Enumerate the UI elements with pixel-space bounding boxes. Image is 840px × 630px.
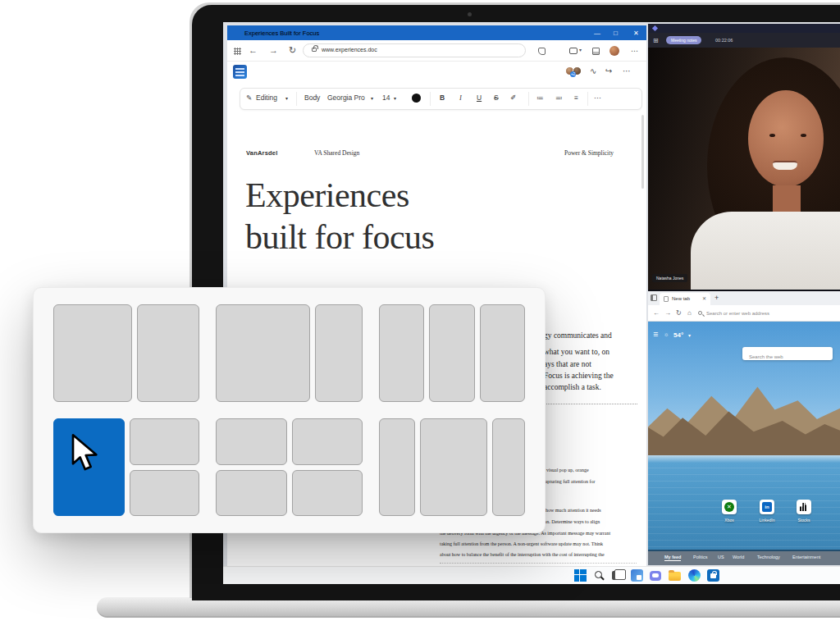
feed-tab-politics[interactable]: Politics xyxy=(693,555,707,559)
wallet-chevron-icon[interactable]: ▾ xyxy=(579,47,582,52)
snap-zone[interactable] xyxy=(130,470,199,517)
activity-icon[interactable]: ∿ xyxy=(590,66,596,75)
underline-button[interactable]: U xyxy=(477,94,482,102)
snap-zone[interactable] xyxy=(130,418,199,465)
toolbar-more-icon[interactable]: ⋯ xyxy=(594,94,601,102)
highlighter-icon[interactable]: ✐ xyxy=(510,94,516,102)
style-selector[interactable]: Body xyxy=(304,94,320,102)
feed-tab-entertainment[interactable]: Entertainment xyxy=(792,555,820,559)
minimize-button[interactable]: — xyxy=(594,30,600,37)
italic-button[interactable]: I xyxy=(459,94,462,102)
file-explorer-icon[interactable] xyxy=(669,572,681,581)
vertical-tabs-icon[interactable] xyxy=(651,294,657,301)
doc-title-line2: built for focus xyxy=(245,217,434,258)
snap-zone[interactable] xyxy=(216,470,286,517)
meeting-badge[interactable]: Meeting notes xyxy=(666,36,701,44)
tab-title: New tab xyxy=(672,296,690,301)
snap-zone[interactable] xyxy=(216,304,309,402)
profile-avatar[interactable] xyxy=(609,46,619,56)
web-search-box[interactable] xyxy=(742,347,833,360)
weather-temperature[interactable]: 54° xyxy=(673,331,683,339)
new-tab-button[interactable]: + xyxy=(714,294,719,302)
edge-forward-icon[interactable]: → xyxy=(664,309,671,317)
gallery-view-icon[interactable]: ⊞ xyxy=(653,37,659,44)
font-size-selector[interactable]: 14 xyxy=(382,94,390,102)
numbered-list-button[interactable]: ≕ xyxy=(555,94,563,102)
feed-tab-us[interactable]: US xyxy=(718,555,724,559)
doc-body-text: accomplish a task. xyxy=(544,383,601,391)
weather-chevron-icon[interactable]: ▾ xyxy=(688,332,691,338)
forward-icon[interactable]: → xyxy=(269,45,278,55)
tab-close-icon[interactable]: ✕ xyxy=(702,295,706,301)
widgets-icon[interactable] xyxy=(631,569,643,582)
snap-zone[interactable] xyxy=(137,304,200,402)
edge-browser-icon[interactable] xyxy=(688,569,701,582)
scrollbar[interactable] xyxy=(641,115,644,189)
snap-layout-two-columns[interactable] xyxy=(53,304,199,402)
bullet-list-button[interactable]: ≔ xyxy=(536,94,544,102)
mouse-cursor xyxy=(69,433,102,472)
snap-zone[interactable] xyxy=(429,304,474,402)
snap-zone[interactable] xyxy=(420,418,487,516)
browser-more-icon[interactable]: ⋯ xyxy=(631,47,638,55)
task-view-icon[interactable] xyxy=(612,571,623,580)
video-feed xyxy=(648,48,840,290)
edge-address-input[interactable] xyxy=(706,308,821,318)
snap-layout-three-columns[interactable] xyxy=(379,304,525,402)
feed-tab-world[interactable]: World xyxy=(733,555,744,559)
maximize-button[interactable]: □ xyxy=(614,30,618,37)
chat-icon[interactable] xyxy=(650,571,661,581)
snap-layouts-panel xyxy=(33,287,546,533)
quick-link-linkedin[interactable]: in xyxy=(760,500,774,514)
bold-button[interactable]: B xyxy=(440,94,445,102)
snap-zone[interactable] xyxy=(492,418,525,516)
editing-mode-dropdown[interactable]: Editing xyxy=(256,94,277,102)
lock-icon xyxy=(312,48,317,52)
teams-titlebar[interactable] xyxy=(648,24,840,33)
snap-layout-center-priority[interactable] xyxy=(379,418,525,516)
taskbar-search-icon[interactable] xyxy=(595,571,602,578)
store-icon[interactable] xyxy=(707,569,719,582)
apps-grid-icon[interactable] xyxy=(234,48,241,55)
font-color-button[interactable] xyxy=(412,94,421,103)
snap-zone[interactable] xyxy=(379,418,415,516)
quick-link-stocks[interactable] xyxy=(797,500,811,514)
taskbar xyxy=(223,566,840,584)
doc-section-divider xyxy=(440,563,637,564)
back-icon[interactable]: ← xyxy=(249,45,258,55)
font-chevron-icon[interactable]: ▾ xyxy=(371,95,373,101)
snap-layout-quad-grid[interactable] xyxy=(216,418,362,516)
web-search-input[interactable] xyxy=(742,350,833,363)
edge-refresh-icon[interactable]: ↻ xyxy=(676,309,682,317)
snap-zone[interactable] xyxy=(315,304,363,402)
edge-back-icon[interactable]: ← xyxy=(653,309,660,317)
refresh-icon[interactable]: ↻ xyxy=(289,45,296,56)
editing-chevron-icon[interactable]: ▾ xyxy=(285,95,288,101)
feed-tab-my-feed[interactable]: My feed xyxy=(664,555,681,561)
snap-zone[interactable] xyxy=(53,304,132,402)
snap-zone[interactable] xyxy=(292,470,363,517)
shopping-icon[interactable] xyxy=(538,48,546,55)
size-chevron-icon[interactable]: ▾ xyxy=(394,95,396,101)
alignment-button[interactable]: ≡ xyxy=(574,94,578,102)
edge-home-icon[interactable]: ⌂ xyxy=(687,309,692,317)
start-button[interactable] xyxy=(574,569,587,582)
word-app-icon[interactable] xyxy=(233,65,247,79)
snap-zone[interactable] xyxy=(379,304,424,402)
snap-zone[interactable] xyxy=(216,418,286,465)
wallet-icon[interactable] xyxy=(569,48,578,54)
doc-body-text: ays that are not xyxy=(544,360,591,368)
snap-zone[interactable] xyxy=(480,304,525,402)
strikethrough-button[interactable]: S xyxy=(494,94,499,102)
page-menu-icon[interactable]: ☰ xyxy=(653,331,658,338)
collections-icon[interactable] xyxy=(592,48,600,55)
snap-zone[interactable] xyxy=(292,418,363,465)
share-icon[interactable]: ↪ xyxy=(605,66,612,75)
doc-brand-logo: VanArsdel xyxy=(246,149,277,157)
snap-layout-left-priority[interactable] xyxy=(216,304,362,402)
close-button[interactable]: ✕ xyxy=(633,30,639,37)
app-more-icon[interactable]: ⋯ xyxy=(623,66,631,75)
feed-tab-technology[interactable]: Technology xyxy=(757,555,780,559)
quick-link-xbox[interactable]: ✕ xyxy=(722,500,737,514)
font-selector[interactable]: Georgia Pro xyxy=(327,94,365,102)
